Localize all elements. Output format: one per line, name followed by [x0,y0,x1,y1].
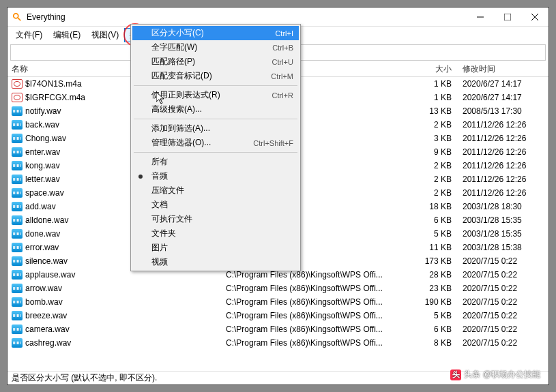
menu-dropdown-item[interactable]: 匹配路径(P)Ctrl+U [132,55,299,69]
menu-item-label: 管理筛选器(O)... [151,137,253,149]
wav-file-icon [12,284,23,293]
menu-dropdown-item[interactable]: 图片 [132,241,299,255]
wav-file-icon [12,134,23,143]
file-size: 9 KB [412,147,460,157]
file-size: 3 KB [412,134,460,143]
wav-file-icon [12,325,23,334]
close-button[interactable] [521,7,548,27]
menu-item[interactable]: 编辑(E) [48,28,86,42]
file-size: 18 KB [412,202,460,211]
menu-item-label: 所有 [151,156,293,168]
menu-dropdown-item[interactable]: 压缩文件 [132,183,299,198]
file-path: C:\Program Files (x86)\Kingsoft\WPS Offi… [226,338,412,348]
file-path: C:\Program Files (x86)\Kingsoft\WPS Offi… [226,325,412,334]
file-size: 190 KB [412,297,460,307]
file-name: add.wav [25,202,56,211]
file-date: 2008/5/13 17:30 [460,106,548,116]
menu-item[interactable]: 文件(F) [10,28,48,42]
wav-file-icon [12,256,23,266]
file-date: 2020/7/15 0:22 [460,297,548,307]
wav-file-icon [12,270,23,280]
menu-dropdown-item[interactable]: 管理筛选器(O)...Ctrl+Shift+F [132,136,299,150]
file-date: 2020/6/27 14:17 [460,79,548,89]
wav-file-icon [12,215,23,225]
menu-dropdown-item[interactable]: 文件夹 [132,226,299,241]
watermark-icon: 头 [450,370,461,380]
menu-item-label: 匹配变音标记(D) [151,70,271,82]
menu-item-label: 匹配路径(P) [151,56,272,67]
menu-item-label: 音频 [151,170,293,182]
file-path: C:\Program Files (x86)\Kingsoft\WPS Offi… [226,284,412,293]
file-row[interactable]: bomb.wavC:\Program Files (x86)\Kingsoft\… [8,295,548,309]
file-size: 173 KB [412,256,460,266]
menu-item-label: 区分大小写(C) [151,27,275,39]
file-name: notify.wav [25,106,61,116]
wav-file-icon [12,202,23,211]
watermark-text: 头条 @职场办公技能 [464,369,540,380]
menu-item-label: 压缩文件 [151,185,293,196]
header-size[interactable]: 大小 [412,63,460,75]
menu-item-label: 添加到筛选(A)... [151,123,293,134]
file-size: 13 KB [412,106,460,116]
menu-dropdown-item[interactable]: 全字匹配(W)Ctrl+B [132,40,299,55]
svg-line-1 [18,17,20,20]
file-name: space.wav [25,188,64,198]
file-date: 2011/12/26 12:26 [460,175,548,184]
menu-dropdown-item[interactable]: 高级搜索(A)... [132,102,299,117]
menu-dropdown-item[interactable]: 区分大小写(C)Ctrl+I [132,26,299,40]
file-date: 2020/7/15 0:22 [460,284,548,293]
file-date: 2020/6/27 14:17 [460,93,548,102]
menu-dropdown-item[interactable]: 使用正则表达式(R)Ctrl+R [132,88,299,102]
file-name: $I74ON1S.m4a [25,79,82,89]
file-size: 5 KB [412,229,460,239]
file-name: Chong.wav [25,134,66,143]
file-date: 2020/7/15 0:22 [460,338,548,348]
file-row[interactable]: cashreg.wavC:\Program Files (x86)\Kingso… [8,336,548,350]
menu-dropdown-item[interactable]: 所有 [132,155,299,169]
menu-dropdown-item[interactable]: 可执行文件 [132,212,299,226]
file-name: $IGRFCGX.m4a [25,93,85,102]
menu-item[interactable]: 视图(V) [86,28,124,42]
file-size: 1 KB [412,79,460,89]
menu-item-label: 视频 [151,256,293,268]
search-menu-dropdown: 区分大小写(C)Ctrl+I全字匹配(W)Ctrl+B匹配路径(P)Ctrl+U… [130,24,301,271]
menu-item-shortcut: Ctrl+U [272,58,293,66]
menu-item-shortcut: Ctrl+R [272,91,293,100]
file-size: 5 KB [412,311,460,320]
m4a-file-icon [12,93,23,102]
file-row[interactable]: camera.wavC:\Program Files (x86)\Kingsof… [8,322,548,336]
menu-dropdown-item[interactable]: 匹配变音标记(D)Ctrl+M [132,69,299,83]
m4a-file-icon [12,79,23,89]
file-size: 1 KB [412,93,460,102]
menu-dropdown-item[interactable]: 文档 [132,198,299,212]
file-date: 2003/1/28 15:38 [460,243,548,252]
maximize-button[interactable] [494,7,521,27]
menu-dropdown-item[interactable]: 添加到筛选(A)... [132,121,299,136]
file-row[interactable]: arrow.wavC:\Program Files (x86)\Kingsoft… [8,282,548,295]
wav-file-icon [12,106,23,116]
file-size: 2 KB [412,120,460,130]
menu-dropdown-item[interactable]: 音频 [132,169,299,183]
menu-item-label: 文件夹 [151,228,293,239]
file-size: 8 KB [412,338,460,348]
wav-file-icon [12,229,23,239]
minimize-button[interactable] [467,7,494,27]
file-row[interactable]: breeze.wavC:\Program Files (x86)\Kingsof… [8,309,548,322]
menu-dropdown-item[interactable]: 视频 [132,255,299,269]
file-date: 2020/7/15 0:22 [460,256,548,266]
wav-file-icon [12,338,23,348]
app-window: Everything 文件(F)编辑(E)视图(V)搜索(S)书签(B)工具(T… [7,7,549,385]
file-name: applause.wav [25,270,75,280]
menu-separator [134,85,297,86]
file-name: kong.wav [25,161,60,170]
file-name: letter.wav [25,175,60,184]
wav-file-icon [12,243,23,252]
header-date[interactable]: 修改时间 [460,63,548,75]
menu-item-shortcut: Ctrl+M [271,72,293,80]
file-name: breeze.wav [25,311,67,320]
menu-item-label: 文档 [151,199,293,211]
menu-separator [134,152,297,153]
file-name: alldone.wav [25,215,68,225]
wav-file-icon [12,161,23,170]
file-size: 6 KB [412,215,460,225]
